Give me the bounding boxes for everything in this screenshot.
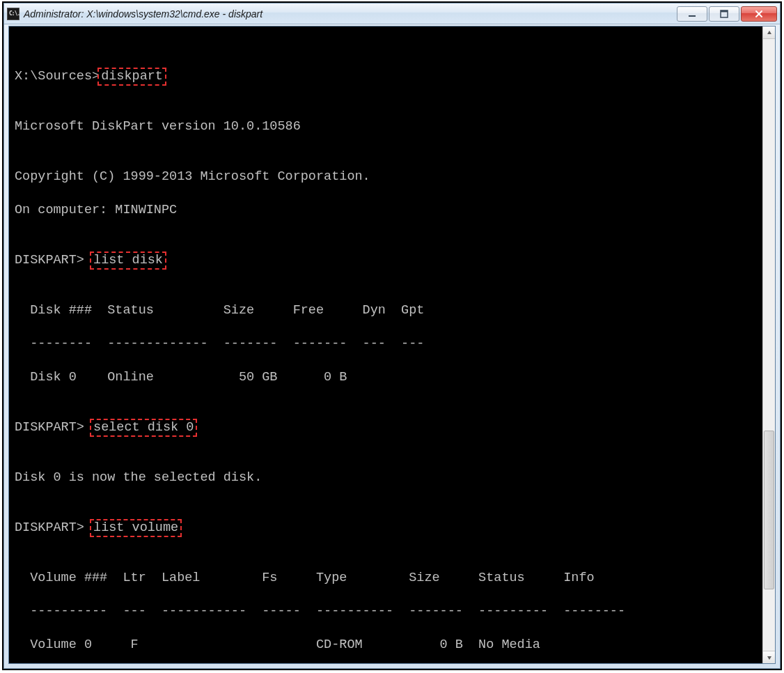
prompt-line: DISKPART> list volume [15, 520, 760, 536]
table-row: Disk 0 Online 50 GB 0 B [15, 369, 760, 386]
window-controls [675, 6, 777, 22]
cmd-highlight: select disk 0 [90, 419, 197, 437]
output-line: Disk 0 is now the selected disk. [15, 470, 760, 486]
cmd-highlight: list disk [90, 252, 166, 270]
table-header: Disk ### Status Size Free Dyn Gpt [15, 302, 760, 319]
scroll-up-button[interactable] [763, 26, 775, 39]
client-area: X:\Sources>diskpart Microsoft DiskPart v… [8, 26, 776, 664]
scrollbar-thumb[interactable] [764, 431, 774, 589]
output-line: Copyright (C) 1999-2013 Microsoft Corpor… [15, 169, 760, 185]
window-title: Administrator: X:\windows\system32\cmd.e… [24, 8, 675, 20]
titlebar[interactable]: C:\. Administrator: X:\windows\system32\… [4, 3, 780, 24]
cmd-highlight: diskpart [97, 68, 166, 86]
window-frame: C:\. Administrator: X:\windows\system32\… [2, 1, 782, 670]
scrollbar-track[interactable] [763, 39, 775, 651]
svg-rect-2 [721, 10, 728, 13]
table-header: Volume ### Ltr Label Fs Type Size Status… [15, 570, 760, 587]
cmd-icon: C:\. [7, 8, 19, 20]
maximize-button[interactable] [709, 6, 739, 22]
prompt-prefix: DISKPART> [15, 420, 92, 435]
cmd-window: C:\. Administrator: X:\windows\system32\… [3, 3, 781, 669]
svg-rect-0 [689, 15, 696, 17]
prompt-prefix: DISKPART> [15, 253, 92, 268]
prompt-line: DISKPART> select disk 0 [15, 419, 760, 436]
vertical-scrollbar[interactable] [762, 26, 775, 663]
cmd-highlight: list volume [90, 519, 182, 537]
close-button[interactable] [741, 6, 777, 22]
table-row: Volume 0 F CD-ROM 0 B No Media [15, 637, 760, 653]
prompt-prefix: DISKPART> [15, 520, 92, 535]
prompt-line: DISKPART> list disk [15, 252, 760, 269]
terminal-output[interactable]: X:\Sources>diskpart Microsoft DiskPart v… [9, 26, 762, 663]
scroll-down-button[interactable] [763, 651, 775, 663]
table-sep: -------- ------------- ------- ------- -… [15, 336, 760, 353]
minimize-button[interactable] [677, 6, 707, 22]
output-line: On computer: MINWINPC [15, 202, 760, 219]
table-sep: ---------- --- ----------- ----- -------… [15, 603, 760, 620]
prompt-prefix: X:\Sources> [15, 69, 100, 84]
prompt-line: X:\Sources>diskpart [15, 68, 760, 85]
output-line: Microsoft DiskPart version 10.0.10586 [15, 118, 760, 135]
